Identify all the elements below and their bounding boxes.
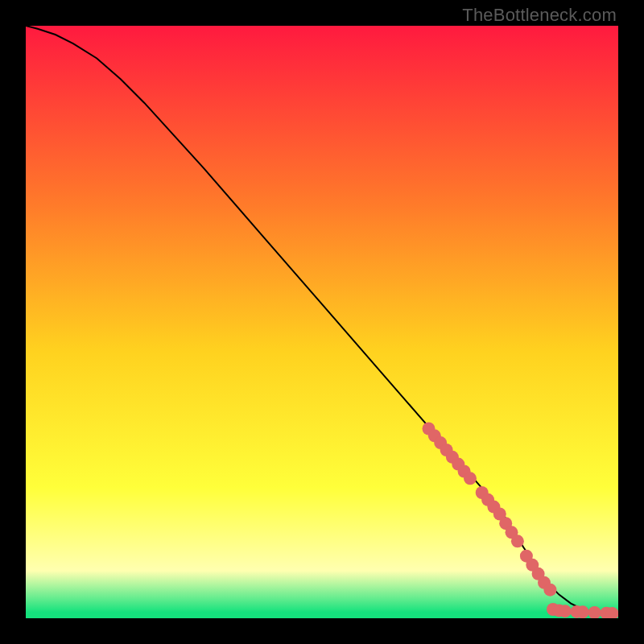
- chart-frame: TheBottleneck.com: [0, 0, 644, 644]
- chart-svg: [26, 26, 618, 618]
- data-marker: [576, 605, 589, 618]
- watermark-caption: TheBottleneck.com: [462, 5, 617, 26]
- plot-area: [26, 26, 618, 618]
- data-marker: [559, 605, 572, 617]
- data-marker: [511, 535, 524, 547]
- data-marker: [464, 472, 477, 485]
- data-marker: [543, 584, 556, 597]
- gradient-background: [26, 26, 618, 618]
